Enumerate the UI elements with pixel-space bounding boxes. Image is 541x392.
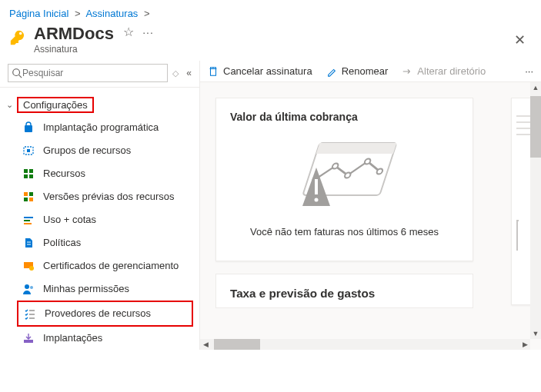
toolbar-more-icon[interactable]: ··· [525,65,533,77]
close-icon[interactable]: ✕ [508,28,532,51]
person-icon [22,282,35,296]
svg-point-17 [29,266,34,271]
chevron-right-icon: > [144,8,150,19]
collapse-sidebar-icon[interactable]: « [183,68,195,78]
svg-rect-5 [24,169,28,173]
checklist-icon [23,307,37,321]
scrollbar-thumb[interactable] [214,339,260,350]
search-icon [12,68,22,78]
scroll-down-arrow-icon[interactable]: ▼ [533,328,539,339]
toolbar-label: Alterar diretório [417,65,486,77]
sidebar-section-configuracoes[interactable]: ⌄ Configurações [0,94,199,116]
diamond-icon[interactable]: ◇ [172,68,179,78]
vertical-scrollbar[interactable]: ▲ ▼ [530,82,541,339]
svg-rect-20 [24,340,33,343]
preview-grid-icon [22,190,35,204]
sidebar-item-label: Certificados de gerenciamento [43,260,193,273]
svg-line-1 [19,75,22,78]
sidebar-item-implantacoes[interactable]: Implantações [0,327,199,350]
svg-rect-7 [24,174,28,178]
favorite-star-icon[interactable]: ☆ [123,25,134,38]
svg-rect-12 [29,198,33,201]
sidebar-item-uso-cotas[interactable]: Uso + cotas [0,208,199,231]
content-area: Cancelar assinatura Renomear Alterar dir… [200,61,541,350]
sidebar-item-politicas[interactable]: Políticas [0,231,199,254]
svg-point-0 [13,69,20,76]
sidebar-item-grupos-recursos[interactable]: Grupos de recursos [0,139,199,162]
svg-rect-23 [316,143,396,154]
sidebar: ◇ « ⌄ Configurações Implantação programá… [0,61,200,350]
resource-group-icon [22,144,35,158]
toolbar-label: Renomear [342,65,389,77]
svg-rect-29 [315,179,318,194]
svg-rect-11 [24,198,28,201]
sidebar-item-label: Provedores de recursos [45,307,185,321]
search-input-wrap[interactable] [8,64,168,82]
svg-rect-15 [24,223,32,224]
svg-rect-4 [27,149,30,152]
svg-point-18 [25,284,29,289]
breadcrumb: Página Inicial > Assinaturas > [0,0,541,22]
forecast-card: Taxa e previsão de gastos [215,274,473,308]
chevron-down-icon: ⌄ [6,100,17,110]
sidebar-item-label: Políticas [43,237,193,250]
svg-point-19 [30,286,33,289]
sidebar-item-label: Grupos de recursos [43,145,193,158]
horizontal-scrollbar[interactable]: ◀ ▶ [200,339,530,350]
sidebar-item-label: Versões prévias dos recursos [43,191,193,204]
sidebar-item-label: Minhas permissões [43,283,193,296]
grid-icon [22,167,35,181]
svg-rect-13 [24,217,33,218]
toolbar-label: Cancelar assinatura [223,65,312,77]
billing-empty-text: Você não tem faturas nos últimos 6 meses [230,226,459,238]
deployment-icon [22,331,35,345]
svg-rect-9 [24,192,28,196]
sidebar-item-versoes-previas[interactable]: Versões prévias dos recursos [0,185,199,208]
breadcrumb-home[interactable]: Página Inicial [9,8,68,19]
svg-point-30 [314,198,318,202]
bag-icon [22,121,35,135]
billing-card: Valor da última cobrança [215,98,473,261]
cancel-subscription-button[interactable]: Cancelar assinatura [208,65,312,77]
breadcrumb-subscriptions[interactable]: Assinaturas [85,8,138,19]
search-input[interactable] [22,68,164,78]
scroll-left-arrow-icon[interactable]: ◀ [200,341,211,348]
svg-rect-2 [25,125,32,132]
svg-rect-14 [24,220,30,221]
sidebar-section-label: Configurações [23,99,88,111]
sidebar-item-label: Recursos [43,168,193,181]
more-icon[interactable]: ··· [142,26,154,38]
sidebar-item-recursos[interactable]: Recursos [0,162,199,185]
page-title: ARMDocs [34,24,114,44]
bars-icon [22,213,35,227]
key-icon [9,27,26,48]
page-header: ARMDocs ☆ ··· Assinatura ✕ [0,22,541,61]
svg-rect-6 [29,169,33,173]
forecast-card-title: Taxa e previsão de gastos [230,287,459,300]
scrollbar-thumb[interactable] [530,96,541,158]
toolbar: Cancelar assinatura Renomear Alterar dir… [200,61,541,82]
sidebar-item-implantacao-programatica[interactable]: Implantação programática [0,116,199,139]
sidebar-item-label: Implantação programática [43,121,193,135]
chevron-right-icon: > [75,8,81,19]
sidebar-item-label: Uso + cotas [43,214,193,227]
empty-chart-illustration [230,137,459,214]
sidebar-item-permissoes[interactable]: Minhas permissões [0,277,199,301]
certificate-icon [22,259,35,273]
policy-icon [22,236,35,250]
sidebar-item-provedores-recursos[interactable]: Provedores de recursos [18,302,192,325]
scroll-up-arrow-icon[interactable]: ▲ [533,82,539,93]
svg-rect-10 [29,192,33,196]
rename-button[interactable]: Renomear [326,65,389,77]
billing-card-title: Valor da última cobrança [230,111,459,123]
scroll-right-arrow-icon[interactable]: ▶ [519,341,530,348]
change-directory-button: Alterar diretório [402,65,486,77]
sidebar-item-certificados[interactable]: Certificados de gerenciamento [0,254,199,277]
svg-rect-8 [29,174,33,178]
page-subtitle: Assinatura [34,44,508,55]
sidebar-item-label: Implantações [43,332,193,345]
